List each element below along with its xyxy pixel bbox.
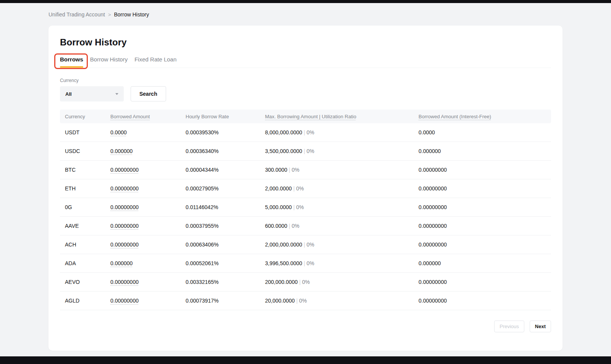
breadcrumb: Unified Trading Account > Borrow History xyxy=(48,11,611,18)
cell-currency: AEVO xyxy=(65,279,110,285)
cell-currency: USDC xyxy=(65,148,110,154)
table-body: USDT0.00000.00039530%8,000,000.0000 | 0%… xyxy=(60,123,551,310)
tab-fixed-rate-loan[interactable]: Fixed Rate Loan xyxy=(134,56,176,68)
cell-hourly-borrow-rate: 0.00036340% xyxy=(186,148,265,154)
currency-select-value: All xyxy=(65,91,72,97)
cell-hourly-borrow-rate: 0.00332165% xyxy=(186,279,265,285)
cell-borrowed-interest-free: 0.00000000 xyxy=(419,279,546,285)
table-row: ADA0.0000000.00052061%3,996,500.0000 | 0… xyxy=(60,254,551,273)
cell-borrowed-interest-free: 0.0000 xyxy=(419,129,546,135)
cell-borrowed-amount: 0.000000 xyxy=(110,260,186,266)
cell-borrowed-interest-free: 0.00000000 xyxy=(419,204,546,210)
borrow-history-card: Borrow History BorrowsBorrow HistoryFixe… xyxy=(48,26,563,351)
cell-borrowed-interest-free: 0.000000 xyxy=(419,148,546,154)
cell-hourly-borrow-rate: 0.00037955% xyxy=(186,223,265,229)
tabs: BorrowsBorrow HistoryFixed Rate Loan xyxy=(60,56,551,68)
cell-borrowed-interest-free: 0.00000000 xyxy=(419,185,546,192)
column-header: Max. Borrowing Amount | Utilization Rati… xyxy=(265,114,419,119)
cell-currency: ACH xyxy=(65,242,110,248)
cell-borrowed-interest-free: 0.000000 xyxy=(419,260,546,266)
column-header: Currency xyxy=(65,114,110,119)
cell-hourly-borrow-rate: 0.00027905% xyxy=(186,185,265,192)
column-header: Borrowed Amount xyxy=(110,114,186,119)
page-content: Unified Trading Account > Borrow History… xyxy=(0,3,611,351)
cell-currency: BTC xyxy=(65,167,110,173)
cell-borrowed-amount: 0.00000000 xyxy=(110,242,186,248)
table-header: CurrencyBorrowed AmountHourly Borrow Rat… xyxy=(60,110,551,123)
cell-currency: 0G xyxy=(65,204,110,210)
cell-borrowed-interest-free: 0.00000000 xyxy=(419,223,546,229)
next-page-button[interactable]: Next xyxy=(530,321,551,332)
cell-borrowed-amount: 0.00000000 xyxy=(110,298,186,304)
page-title: Borrow History xyxy=(60,36,551,48)
table-row: BTC0.000000000.00004344%300.0000 | 0%0.0… xyxy=(60,161,551,179)
column-header: Borrowed Amount (Interest-Free) xyxy=(419,114,546,119)
table-row: 0G0.000000000.01146042%5,000.0000 | 0%0.… xyxy=(60,198,551,217)
table-row: ACH0.000000000.00063406%2,000,000.0000 |… xyxy=(60,235,551,254)
table-row: AGLD0.000000000.00073917%20,000.0000 | 0… xyxy=(60,292,551,310)
table-row: ETH0.000000000.00027905%2,000.0000 | 0%0… xyxy=(60,179,551,198)
cell-currency: AAVE xyxy=(65,223,110,229)
cell-max-borrowing-utilization: 2,000,000.0000 | 0% xyxy=(265,242,419,248)
cell-hourly-borrow-rate: 0.00039530% xyxy=(186,129,265,135)
table-row: AEVO0.000000000.00332165%200,000.0000 | … xyxy=(60,273,551,292)
previous-page-button[interactable]: Previous xyxy=(494,321,524,332)
chevron-down-icon xyxy=(115,93,118,95)
cell-borrowed-amount: 0.00000000 xyxy=(110,204,186,210)
currency-select[interactable]: All xyxy=(60,86,124,101)
breadcrumb-current: Borrow History xyxy=(114,11,149,18)
pagination: Previous Next xyxy=(60,321,551,332)
cell-currency: ADA xyxy=(65,260,110,266)
bottom-bar xyxy=(0,356,611,364)
cell-max-borrowing-utilization: 2,000.0000 | 0% xyxy=(265,185,419,192)
cell-borrowed-interest-free: 0.00000000 xyxy=(419,298,546,304)
table-row: USDC0.0000000.00036340%3,500,000.0000 | … xyxy=(60,142,551,161)
table-row: USDT0.00000.00039530%8,000,000.0000 | 0%… xyxy=(60,123,551,142)
cell-max-borrowing-utilization: 3,500,000.0000 | 0% xyxy=(265,148,419,154)
borrows-table: CurrencyBorrowed AmountHourly Borrow Rat… xyxy=(60,110,551,310)
column-header: Hourly Borrow Rate xyxy=(186,114,265,119)
cell-max-borrowing-utilization: 8,000,000.0000 | 0% xyxy=(265,129,419,135)
cell-currency: AGLD xyxy=(65,298,110,304)
cell-borrowed-interest-free: 0.00000000 xyxy=(419,242,546,248)
cell-max-borrowing-utilization: 3,996,500.0000 | 0% xyxy=(265,260,419,266)
cell-max-borrowing-utilization: 300.0000 | 0% xyxy=(265,167,419,173)
cell-hourly-borrow-rate: 0.00052061% xyxy=(186,260,265,266)
tab-borrows[interactable]: Borrows xyxy=(60,56,83,68)
breadcrumb-parent-link[interactable]: Unified Trading Account xyxy=(48,11,105,18)
cell-max-borrowing-utilization: 5,000.0000 | 0% xyxy=(265,204,419,210)
cell-borrowed-amount: 0.00000000 xyxy=(110,185,186,192)
currency-filter-label: Currency xyxy=(60,78,551,83)
cell-hourly-borrow-rate: 0.00004344% xyxy=(186,167,265,173)
cell-borrowed-amount: 0.00000000 xyxy=(110,279,186,285)
search-button[interactable]: Search xyxy=(131,86,166,101)
top-bar xyxy=(0,0,611,3)
cell-borrowed-amount: 0.00000000 xyxy=(110,223,186,229)
tab-borrow-history[interactable]: Borrow History xyxy=(90,56,128,68)
cell-borrowed-amount: 0.00000000 xyxy=(110,167,186,173)
cell-max-borrowing-utilization: 20,000.0000 | 0% xyxy=(265,298,419,304)
cell-max-borrowing-utilization: 200,000.0000 | 0% xyxy=(265,279,419,285)
cell-hourly-borrow-rate: 0.00073917% xyxy=(186,298,265,304)
breadcrumb-separator: > xyxy=(108,12,111,18)
cell-borrowed-interest-free: 0.00000000 xyxy=(419,167,546,173)
cell-currency: USDT xyxy=(65,129,110,135)
cell-borrowed-amount: 0.0000 xyxy=(110,129,186,135)
table-row: AAVE0.000000000.00037955%600.0000 | 0%0.… xyxy=(60,217,551,235)
filter-row: All Search xyxy=(60,86,551,101)
cell-currency: ETH xyxy=(65,185,110,192)
cell-hourly-borrow-rate: 0.01146042% xyxy=(186,204,265,210)
cell-hourly-borrow-rate: 0.00063406% xyxy=(186,242,265,248)
cell-max-borrowing-utilization: 600.0000 | 0% xyxy=(265,223,419,229)
cell-borrowed-amount: 0.000000 xyxy=(110,148,186,154)
